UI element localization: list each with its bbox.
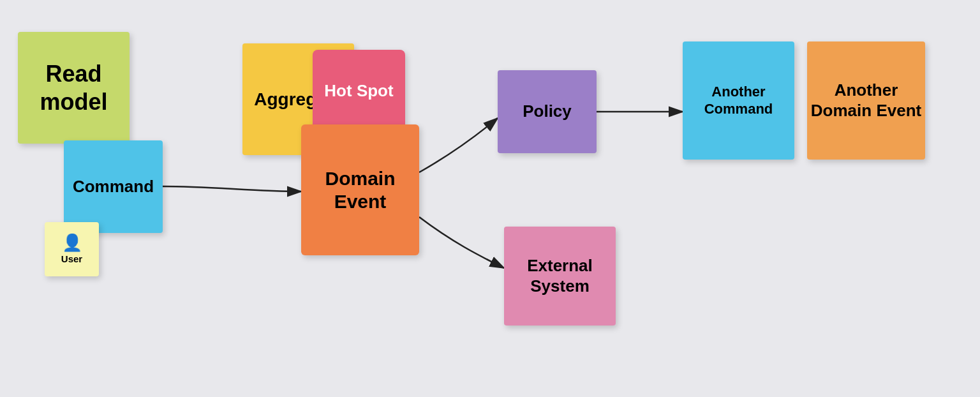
command-label: Command [73,177,154,197]
another-domain-event-label: Another Domain Event [807,80,925,120]
read-model-node: Read model [18,32,130,144]
external-system-node: External System [504,227,616,326]
user-node: 👤 User [45,222,99,276]
policy-node: Policy [498,70,597,153]
user-icon: 👤 [62,234,82,251]
hot-spot-label: Hot Spot [324,81,393,101]
command-node: Command [64,140,163,233]
domain-event-node: Domain Event [301,124,419,255]
diagram-canvas: Read model Command 👤 User Aggregate Hot … [0,0,980,397]
another-command-node: Another Command [683,41,794,160]
policy-label: Policy [523,101,572,121]
read-model-label: Read model [18,60,130,115]
hot-spot-node: Hot Spot [313,50,405,133]
external-system-label: External System [504,256,616,296]
domain-event-label: Domain Event [301,167,419,213]
another-command-label: Another Command [683,84,794,117]
user-label: User [61,253,82,265]
another-domain-event-node: Another Domain Event [807,41,925,160]
